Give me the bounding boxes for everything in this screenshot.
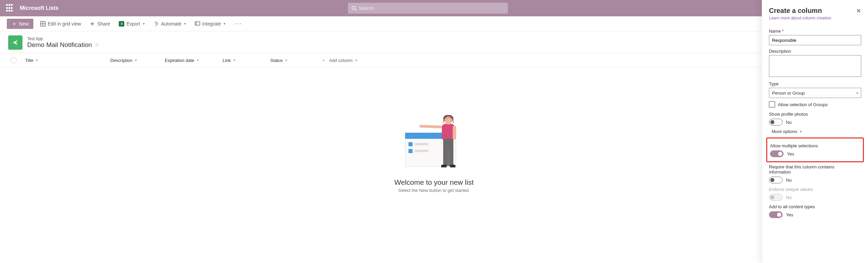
add-content-types-label: Add to all content types	[769, 204, 861, 209]
list-logo-icon	[8, 35, 22, 50]
list-title: Demo Mail Notification	[27, 41, 92, 49]
chevron-down-icon: ▾	[800, 130, 802, 133]
integrate-button[interactable]: Integrate ▾	[193, 21, 227, 27]
type-select[interactable]: Person or Group ▾	[769, 88, 861, 98]
allow-multiple-toggle[interactable]	[770, 150, 784, 157]
chevron-down-icon: ▾	[355, 59, 357, 62]
svg-point-0	[352, 6, 355, 10]
close-icon: ✕	[856, 7, 861, 14]
enforce-unique-toggle	[769, 194, 783, 201]
search-box[interactable]	[348, 3, 508, 14]
top-bar: Microsoft Lists	[0, 0, 868, 16]
allow-groups-label: Allow selection of Groups	[778, 102, 828, 107]
export-button[interactable]: x Export ▾	[117, 21, 146, 27]
new-button[interactable]: ＋ New	[7, 19, 33, 29]
empty-illustration	[405, 116, 463, 174]
app-title: Microsoft Lists	[20, 5, 59, 11]
type-select-value: Person or Group	[772, 91, 805, 96]
allow-multiple-state: Yes	[787, 151, 794, 157]
column-title[interactable]: Title ▾	[20, 53, 106, 67]
require-info-state: No	[786, 178, 792, 183]
command-bar: ＋ New Edit in grid view Share x Export ▾…	[0, 16, 868, 31]
automate-label: Automate	[161, 21, 181, 27]
column-link[interactable]: Link ▾	[218, 53, 266, 67]
add-column-label: Add column	[329, 58, 353, 63]
description-label: Description	[769, 49, 861, 54]
integrate-label: Integrate	[202, 21, 221, 27]
favorite-star-icon[interactable]: ☆	[95, 42, 99, 48]
require-info-toggle[interactable]	[769, 177, 783, 183]
search-icon	[351, 5, 357, 11]
chevron-down-icon: ▾	[286, 59, 287, 62]
grid-icon	[40, 21, 46, 27]
search-input[interactable]	[357, 5, 504, 11]
enforce-unique-state: No	[786, 195, 792, 200]
add-content-types-toggle[interactable]	[769, 211, 783, 218]
add-column-button[interactable]: ＋ Add column ▾	[317, 53, 385, 67]
chevron-down-icon: ▾	[234, 59, 235, 62]
require-info-label: Require that this column contains inform…	[769, 164, 861, 175]
chevron-down-icon: ▾	[224, 22, 225, 26]
column-link-label: Link	[223, 58, 231, 63]
column-expiration-date[interactable]: Expiration date ▾	[160, 53, 218, 67]
column-description-label: Description	[110, 58, 132, 63]
chevron-down-icon: ▾	[197, 59, 199, 62]
export-label: Export	[126, 21, 140, 27]
select-all-checkbox[interactable]	[7, 53, 20, 67]
automate-button[interactable]: Automate ▾	[151, 21, 188, 27]
empty-subtext: Select the New button to get started.	[0, 188, 868, 193]
chevron-down-icon: ▾	[856, 91, 858, 95]
chevron-down-icon: ▾	[36, 59, 38, 62]
name-label: Name *	[769, 29, 861, 34]
type-label: Type	[769, 81, 861, 86]
share-label: Share	[97, 21, 110, 27]
plus-icon: ＋	[12, 21, 17, 27]
empty-state: Welcome to your new list Select the New …	[0, 116, 868, 193]
learn-more-link[interactable]: Learn more about column creation.	[769, 16, 832, 20]
list-header: Test App Demo Mail Notification ☆	[0, 31, 868, 53]
show-photos-state: No	[786, 120, 792, 125]
column-headers: Title ▾ Description ▾ Expiration date ▾ …	[0, 53, 868, 67]
panel-title: Create a column	[769, 7, 822, 15]
flow-icon	[154, 21, 159, 27]
column-description[interactable]: Description ▾	[106, 53, 160, 67]
description-input[interactable]	[769, 55, 861, 77]
share-icon	[90, 21, 95, 27]
column-status[interactable]: Status ▾	[266, 53, 317, 67]
svg-rect-5	[195, 22, 200, 25]
more-options-label: More options	[772, 129, 797, 134]
column-title-label: Title	[25, 58, 33, 63]
empty-heading: Welcome to your new list	[0, 178, 868, 186]
chevron-down-icon: ▾	[143, 22, 145, 26]
plus-icon: ＋	[321, 57, 326, 63]
chevron-down-icon: ▾	[184, 22, 186, 26]
edit-grid-label: Edit in grid view	[48, 21, 81, 27]
more-commands-button[interactable]: ···	[232, 20, 245, 27]
more-options-toggle[interactable]: More options ▾	[769, 129, 861, 134]
share-button[interactable]: Share	[88, 21, 112, 27]
new-button-label: New	[19, 21, 29, 27]
allow-groups-checkbox[interactable]	[769, 101, 775, 108]
show-photos-toggle[interactable]	[769, 119, 783, 126]
show-photos-label: Show profile photos	[769, 112, 861, 117]
allow-multiple-label: Allow multiple selections	[770, 143, 860, 148]
integrate-icon	[195, 21, 200, 27]
excel-icon: x	[119, 21, 124, 27]
close-panel-button[interactable]: ✕	[856, 7, 861, 15]
chevron-down-icon: ▾	[135, 59, 137, 62]
enforce-unique-label: Enforce unique values	[769, 187, 861, 192]
column-status-label: Status	[270, 58, 283, 63]
allow-multiple-highlight: Allow multiple selections Yes	[766, 137, 864, 162]
edit-grid-button[interactable]: Edit in grid view	[38, 21, 83, 27]
svg-line-1	[355, 9, 356, 11]
name-input[interactable]	[769, 35, 861, 45]
create-column-panel: Create a column ✕ Learn more about colum…	[762, 0, 868, 263]
column-expiration-label: Expiration date	[165, 58, 194, 63]
add-content-types-state: Yes	[786, 212, 793, 217]
app-launcher-icon[interactable]	[6, 4, 14, 12]
list-app-hint[interactable]: Test App	[27, 36, 99, 41]
